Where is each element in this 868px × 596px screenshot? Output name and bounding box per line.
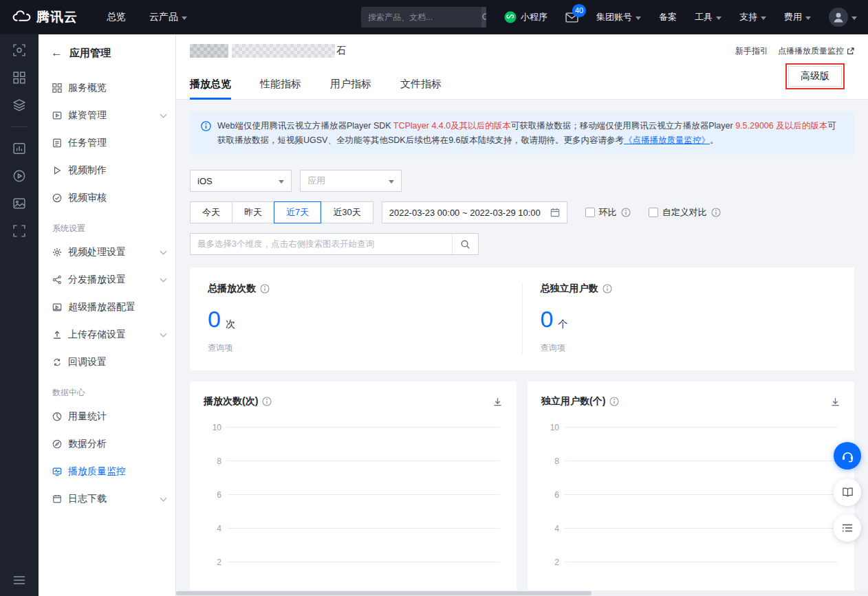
info-icon[interactable] xyxy=(609,397,619,406)
sidebar-item-service-overview[interactable]: 服务概览 xyxy=(39,74,175,102)
sidebar: ← 应用管理 服务概览 媒资管理 任务管理 视频制作 xyxy=(39,34,176,596)
sidebar-item-callback-settings[interactable]: 回调设置 xyxy=(39,349,175,376)
sidebar-section-data-center: 数据中心 xyxy=(39,376,175,403)
support-menu[interactable]: 支持 xyxy=(739,11,766,23)
pie-chart-icon xyxy=(52,412,62,421)
banner-doc-link[interactable]: 《点播播放质量监控》 xyxy=(624,135,710,145)
nav-products[interactable]: 云产品 xyxy=(149,11,187,23)
quality-monitor-doc-link[interactable]: 点播播放质量监控 xyxy=(778,45,854,57)
chain-compare-checkbox[interactable] xyxy=(585,208,595,217)
headset-icon xyxy=(841,450,854,463)
line-plot: 10 8 6 4 2 0 xyxy=(541,427,840,596)
tab-file-metrics[interactable]: 文件指标 xyxy=(400,69,442,99)
sidebar-item-video-audit[interactable]: 视频审核 xyxy=(39,184,175,212)
nav-overview[interactable]: 总览 xyxy=(107,11,126,23)
tencent-cloud-logo[interactable]: 腾讯云 xyxy=(12,8,78,26)
total-unique-users-stat: 总独立用户数 0 个 查询项 xyxy=(522,283,855,354)
scrollbar-thumb[interactable] xyxy=(176,591,592,595)
chevron-down-icon xyxy=(160,247,167,254)
sidebar-item-media-management[interactable]: 媒资管理 xyxy=(39,102,175,129)
sidebar-item-video-production[interactable]: 视频制作 xyxy=(39,157,175,184)
messages-button[interactable]: 40 xyxy=(565,12,578,23)
dimension-search-input[interactable] xyxy=(191,234,452,254)
mini-program-link[interactable]: 小程序 xyxy=(504,11,547,23)
info-icon xyxy=(201,121,211,148)
dimension-search xyxy=(190,233,479,255)
range-7days-button[interactable]: 近7天 xyxy=(274,201,321,223)
tab-user-metrics[interactable]: 用户指标 xyxy=(330,69,371,99)
chevron-down-icon xyxy=(279,180,284,184)
tab-bar: 播放总览 性能指标 用户指标 文件指标 xyxy=(190,69,854,99)
play-circle-icon[interactable] xyxy=(13,170,25,182)
page-title-suffix: 石 xyxy=(336,45,346,57)
compare-chain-group: 环比 xyxy=(585,206,631,219)
account-menu[interactable] xyxy=(829,8,857,27)
chevron-down-icon xyxy=(160,330,167,337)
range-today-button[interactable]: 今天 xyxy=(190,201,232,223)
info-icon[interactable] xyxy=(603,284,612,294)
info-icon[interactable] xyxy=(711,208,721,217)
scan-icon[interactable] xyxy=(13,44,25,56)
rail-divider xyxy=(10,126,28,127)
beginner-guide-link[interactable]: 新手指引 xyxy=(735,45,768,57)
sidebar-item-task-management[interactable]: 任务管理 xyxy=(39,129,175,157)
tab-performance-metrics[interactable]: 性能指标 xyxy=(260,69,301,99)
main-content: 石 新手指引 点播播放质量监控 播放总览 性能指标 用户指标 文件指标 高级版 xyxy=(176,34,868,596)
sidebar-item-usage-statistics[interactable]: 用量统计 xyxy=(39,403,175,430)
media-card-icon xyxy=(52,111,62,120)
sidebar-item-log-download[interactable]: 日志下载 xyxy=(39,485,175,513)
stat-query-item: 查询项 xyxy=(541,342,837,354)
range-yesterday-button[interactable]: 昨天 xyxy=(232,201,274,223)
info-icon[interactable] xyxy=(260,284,270,294)
sidebar-item-super-player-config[interactable]: 超级播放器配置 xyxy=(39,294,175,321)
chevron-down-icon xyxy=(160,275,167,282)
chevron-down-icon xyxy=(182,16,187,20)
billing-menu[interactable]: 费用 xyxy=(784,11,811,23)
info-icon[interactable] xyxy=(621,208,631,217)
menu-icon[interactable] xyxy=(13,575,25,585)
layers-icon[interactable] xyxy=(13,99,25,111)
cloud-logo-icon xyxy=(12,10,31,24)
apps-grid-icon[interactable] xyxy=(13,71,25,84)
custom-compare-checkbox[interactable] xyxy=(649,208,658,217)
book-icon xyxy=(842,487,854,498)
date-range-input[interactable]: 2022-03-23 00:00 ~ 2022-03-29 10:00 xyxy=(382,201,567,223)
download-icon[interactable] xyxy=(830,397,840,407)
platform-select[interactable]: iOS xyxy=(190,170,292,192)
chevron-down-icon xyxy=(160,494,167,501)
chevron-down-icon xyxy=(716,16,721,20)
docs-button[interactable] xyxy=(834,478,861,506)
range-30days-button[interactable]: 近30天 xyxy=(321,201,373,223)
chevron-down-icon xyxy=(851,16,857,20)
sidebar-item-playback-quality-monitor[interactable]: 播放质量监控 xyxy=(39,458,175,485)
share-network-icon xyxy=(52,275,62,285)
tab-playback-overview[interactable]: 播放总览 xyxy=(190,69,231,99)
sidebar-item-data-analysis[interactable]: 数据分析 xyxy=(39,430,175,458)
total-playbacks-stat: 总播放次数 0 次 查询项 xyxy=(190,283,522,354)
annotation-highlight-box: 高级版 xyxy=(785,63,845,89)
feedback-button[interactable] xyxy=(834,514,861,542)
beian-link[interactable]: 备案 xyxy=(659,11,677,23)
sidebar-item-distribution-playback-settings[interactable]: 分发播放设置 xyxy=(39,266,175,294)
compass-icon xyxy=(52,439,62,449)
back-arrow-icon[interactable]: ← xyxy=(51,46,63,60)
info-icon[interactable] xyxy=(262,397,272,406)
customer-service-button[interactable] xyxy=(834,442,861,470)
tools-menu[interactable]: 工具 xyxy=(695,11,721,23)
stat-value: 0 xyxy=(208,306,221,333)
topbar-search-input[interactable] xyxy=(361,7,481,27)
advanced-version-button[interactable]: 高级版 xyxy=(788,66,842,87)
topbar: 腾讯云 总览 云产品 小程序 40 集团账号 备案 工具 支持 费用 xyxy=(0,0,868,34)
sidebar-section-system-settings: 系统设置 xyxy=(39,212,175,239)
download-icon[interactable] xyxy=(492,397,503,407)
media-image-icon[interactable] xyxy=(13,197,25,210)
icon-rail xyxy=(0,34,39,596)
search-icon[interactable] xyxy=(452,234,478,254)
sidebar-item-video-processing-settings[interactable]: 视频处理设置 xyxy=(39,239,175,266)
dashboard-icon[interactable] xyxy=(13,142,25,155)
search-icon[interactable] xyxy=(481,7,486,27)
fullscreen-icon[interactable] xyxy=(13,225,25,237)
group-account-menu[interactable]: 集团账号 xyxy=(596,11,641,23)
app-select[interactable]: 应用 xyxy=(300,170,402,192)
sidebar-item-upload-storage-settings[interactable]: 上传存储设置 xyxy=(39,321,175,349)
